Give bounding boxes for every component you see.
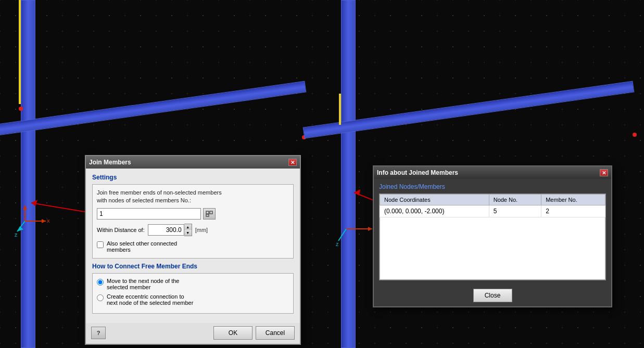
dialog-info-joined: Info about Joined Members ✕ Joined Nodes… (373, 165, 612, 307)
settings-description: Join free member ends of non-selected me… (97, 189, 289, 205)
how-to-connect-section: Move to the next node of the selected me… (92, 273, 294, 314)
distance-spinner: ▲ ▼ (148, 224, 192, 236)
close-button-join[interactable]: ✕ (288, 159, 297, 166)
dialog-join-footer: ? OK Cancel (86, 323, 300, 344)
dialog-join-titlebar: Join Members ✕ (86, 156, 300, 169)
beam-right-vertical (341, 0, 356, 348)
joined-nodes-label: Joined Nodes/Members (379, 183, 606, 190)
member-number-input[interactable] (97, 208, 201, 220)
spinner-down-button[interactable]: ▼ (184, 230, 192, 236)
dialog-info-titlebar: Info about Joined Members ✕ (374, 166, 611, 179)
info-titlebar-buttons: ✕ (600, 169, 608, 176)
svg-rect-19 (206, 211, 209, 214)
red-dot-3 (633, 133, 637, 137)
also-select-checkbox[interactable] (97, 241, 104, 248)
svg-marker-15 (368, 227, 372, 231)
unit-label: [mm] (195, 227, 208, 233)
footer-action-buttons: OK Cancel (213, 326, 295, 340)
cancel-button[interactable]: Cancel (256, 326, 295, 340)
red-dot-1 (19, 107, 23, 111)
dialog-join-body: Settings Join free member ends of non-se… (86, 169, 300, 323)
within-distance-label: Within Distance of: (97, 227, 145, 233)
radio2-row: Create eccentric connection to next node… (97, 293, 289, 306)
member-input-row (97, 208, 289, 220)
svg-marker-12 (17, 226, 23, 231)
distance-input[interactable] (148, 224, 184, 236)
spinner-arrows: ▲ ▼ (184, 224, 192, 236)
col-member-no: Member No. (541, 195, 605, 205)
dialog-info-body: Joined Nodes/Members Node Coordinates No… (374, 179, 611, 285)
close-button-info[interactable]: ✕ (600, 169, 608, 176)
svg-text:z: z (15, 231, 18, 237)
radio2-label: Create eccentric connection to next node… (107, 293, 193, 306)
radio-move-to-next-node[interactable] (97, 279, 104, 286)
titlebar-buttons: ✕ (288, 159, 297, 166)
info-table: Node Coordinates Node No. Member No. (0.… (380, 194, 605, 217)
radio1-label: Move to the next node of the selected me… (107, 278, 179, 290)
settings-section: Join free member ends of non-selected me… (92, 184, 294, 259)
also-select-label: Also select other connected members (107, 240, 177, 253)
dialog-join-title: Join Members (89, 159, 131, 166)
radio-eccentric-connection[interactable] (97, 294, 104, 301)
help-button[interactable]: ? (91, 327, 106, 339)
svg-marker-10 (23, 205, 27, 210)
svg-rect-21 (206, 214, 209, 216)
close-button-info-footer[interactable]: Close (473, 289, 512, 302)
beam-left-horizontal (0, 81, 306, 139)
info-table-spacer (380, 217, 605, 280)
svg-text:z: z (336, 241, 339, 247)
radio1-row: Move to the next node of the selected me… (97, 278, 289, 290)
axis-x-left: x z (15, 205, 56, 238)
table-row: (0.000, 0.000, -2.000)52 (380, 205, 605, 217)
within-distance-row: Within Distance of: ▲ ▼ [mm] (97, 224, 289, 236)
dialog-info-title: Info about Joined Members (377, 169, 458, 176)
svg-line-17 (338, 229, 346, 241)
col-node-no: Node No. (489, 195, 541, 205)
also-select-checkbox-row: Also select other connected members (97, 240, 289, 253)
col-node-coords: Node Coordinates (380, 195, 489, 205)
info-table-container: Node Coordinates Node No. Member No. (0.… (379, 194, 606, 280)
dialog-join-members: Join Members ✕ Settings Join free member… (85, 155, 301, 345)
settings-label: Settings (92, 174, 294, 181)
dialog-info-footer: Close (374, 285, 611, 306)
select-member-button[interactable] (203, 208, 216, 220)
beam-left-vertical (21, 0, 35, 348)
how-to-connect-label: How to Connect Free Member Ends (92, 263, 294, 270)
svg-text:x: x (47, 217, 50, 224)
ok-button[interactable]: OK (213, 326, 252, 340)
accent-yellow-left (19, 0, 21, 104)
accent-yellow-right (339, 94, 341, 125)
svg-rect-20 (210, 211, 212, 214)
spinner-up-button[interactable]: ▲ (184, 224, 192, 230)
svg-marker-7 (42, 219, 46, 223)
